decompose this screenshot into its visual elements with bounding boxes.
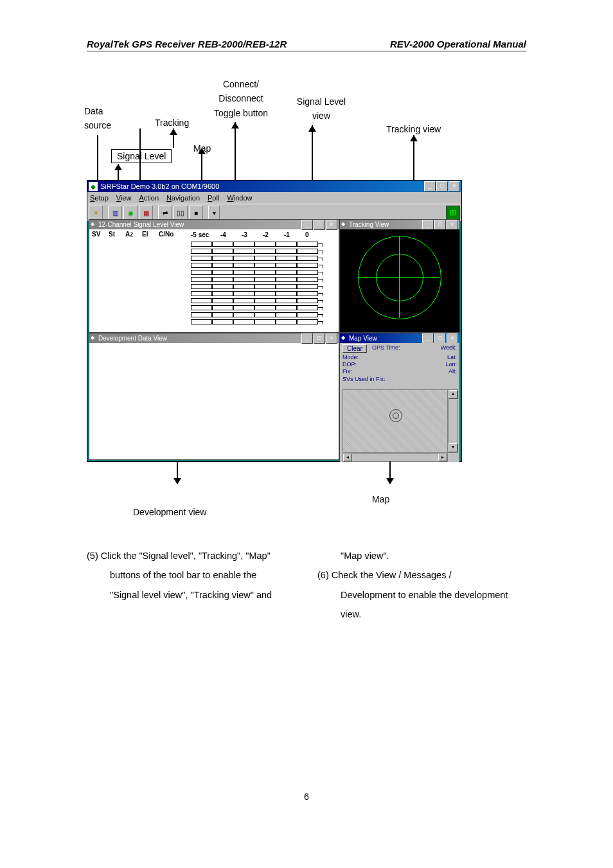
map-canvas[interactable] (342, 389, 448, 453)
tb-connect[interactable]: ⇄ (158, 206, 172, 220)
dev-max[interactable]: □ (314, 333, 325, 344)
label-map: Map (372, 492, 389, 506)
item6-line3: view. (317, 605, 526, 624)
tb-stop[interactable]: ■ (189, 206, 203, 220)
dev-close[interactable]: × (326, 333, 337, 344)
callout-sig-view: Signal Levelview (292, 94, 350, 123)
tracking-title: ◆ Tracking View _ □ × (340, 220, 459, 229)
tracking-window: ◆ Tracking View _ □ × (339, 219, 460, 333)
map-fix: Fix: (342, 368, 359, 375)
menu-poll[interactable]: Poll (208, 194, 219, 202)
item5-line1: (5) Click the "Signal level", "Tracking"… (87, 546, 296, 565)
map-mode: Mode: (342, 354, 359, 360)
tb-pause[interactable]: ▯▯ (173, 206, 188, 220)
menubar: Setup View Action Navigation Poll Window (87, 192, 461, 204)
trk-max[interactable]: □ (434, 220, 446, 230)
app-title: SiRFStar Demo 3.0b2 on COM1/9600 (100, 182, 219, 190)
item5-line3: "Signal level view", "Tracking view" and (87, 585, 296, 605)
map-min[interactable]: _ (422, 333, 434, 344)
callout-connect: Connect/DisconnectToggle button (209, 77, 273, 120)
signal-level-window: ◆ 12-Channel Signal Level View _ □ × SV … (89, 219, 339, 333)
page-number: 6 (87, 792, 526, 802)
map-vscroll[interactable]: ▴ ▾ (448, 389, 458, 453)
callout-data-source: Datasource (84, 104, 111, 133)
map-target-icon (389, 409, 402, 422)
tracking-icon: ◆ (341, 221, 349, 229)
tracking-canvas (340, 229, 459, 332)
header-right: REV-2000 Operational Manual (390, 39, 526, 49)
label-dev-view: Development view (133, 505, 206, 519)
map-alt: Alt: (445, 368, 457, 375)
sig-max[interactable]: □ (314, 220, 325, 230)
toolbar: ☀ ▥ ◉ ▦ ⇄ ▯▯ ■ ▾ ⊞ (87, 204, 461, 221)
close-button[interactable]: × (449, 181, 460, 191)
scroll-up-icon[interactable]: ▴ (449, 390, 458, 399)
tb-signal-level[interactable]: ▥ (108, 206, 122, 220)
map-window: ◆ Map View _ □ × Clear GPS Time: Week: (339, 333, 460, 460)
item6-line2: Development to enable the development (317, 585, 526, 605)
scroll-left-icon[interactable]: ◂ (343, 454, 352, 461)
tb-map[interactable]: ▦ (139, 206, 153, 220)
map-clear-button[interactable]: Clear (342, 344, 367, 353)
map-content: Clear GPS Time: Week: Mode: DOP: Fix: (340, 343, 459, 462)
menu-window[interactable]: Window (227, 194, 252, 202)
sig-min[interactable]: _ (301, 220, 313, 230)
menu-action[interactable]: Action (139, 194, 159, 202)
map-title: ◆ Map View _ □ × (340, 333, 459, 343)
map-hscroll[interactable]: ◂ ▸ (342, 453, 448, 462)
signal-rows (191, 240, 323, 325)
map-max[interactable]: □ (434, 333, 446, 344)
map-week: Week: (441, 344, 457, 351)
item5-line2: buttons of the tool bar to enable the (87, 565, 296, 585)
tb-data-source[interactable]: ☀ (89, 206, 103, 220)
menu-setup[interactable]: Setup (90, 194, 109, 202)
item6-line1: (6) Check the View / Messages / (317, 565, 526, 585)
signal-scale: -5 sec -4 -3 -2 -1 0 (191, 231, 326, 238)
dev-min[interactable]: _ (301, 333, 313, 344)
sig-close[interactable]: × (326, 220, 337, 230)
map-lon: Lon: (445, 361, 457, 368)
tb-status-icon: ⊞ (446, 206, 460, 220)
map-icon: ◆ (341, 335, 349, 342)
tb-dropdown[interactable]: ▾ (208, 206, 220, 220)
map-close[interactable]: × (447, 333, 458, 344)
menu-navigation[interactable]: Navigation (166, 194, 200, 202)
callout-signal-level: Signal Level (111, 149, 172, 163)
map-gps-time: GPS Time: (372, 344, 400, 351)
col2-top: "Map view". (317, 546, 526, 565)
scroll-right-icon[interactable]: ▸ (438, 454, 447, 461)
map-svs: SVs Used in Fix: (342, 376, 457, 382)
signal-title: ◆ 12-Channel Signal Level View _ □ × (89, 220, 339, 229)
scroll-down-icon[interactable]: ▾ (449, 443, 458, 452)
dev-icon: ◆ (91, 335, 98, 342)
app-window: ◆ SiRFStar Demo 3.0b2 on COM1/9600 _ □ ×… (87, 180, 462, 462)
trk-min[interactable]: _ (422, 220, 434, 230)
development-window: ◆ Development Data View _ □ × (89, 333, 339, 460)
app-icon: ◆ (89, 182, 98, 191)
map-dop: DOP: (342, 361, 359, 368)
map-lat: Lat: (445, 354, 457, 360)
maximize-button[interactable]: □ (436, 181, 448, 191)
header-left: RoyalTek GPS Receiver REB-2000/REB-12R (87, 39, 287, 49)
menu-view[interactable]: View (116, 194, 132, 202)
tb-tracking[interactable]: ◉ (123, 206, 138, 220)
trk-close[interactable]: × (447, 220, 458, 230)
app-titlebar: ◆ SiRFStar Demo 3.0b2 on COM1/9600 _ □ × (87, 181, 461, 192)
signal-icon: ◆ (91, 221, 98, 229)
dev-title: ◆ Development Data View _ □ × (89, 333, 339, 343)
minimize-button[interactable]: _ (424, 181, 436, 191)
dev-content (89, 343, 339, 459)
